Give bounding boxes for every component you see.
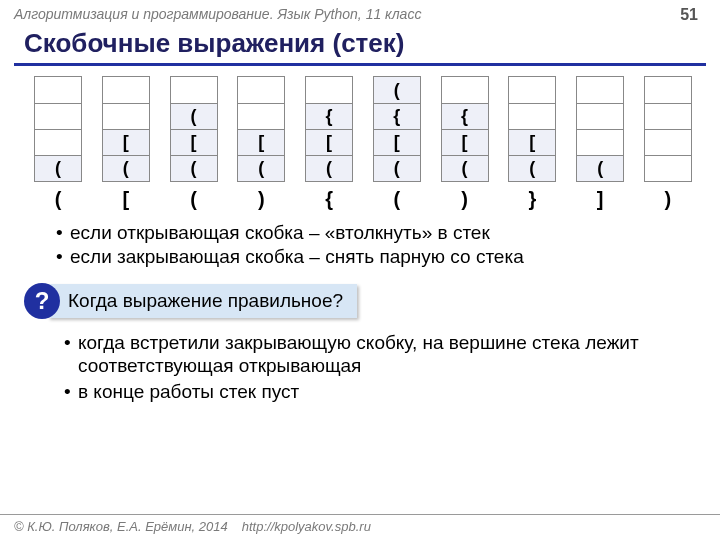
stack-input-label: [ [122,188,129,211]
stack-cell: [ [171,129,217,155]
stack-cell: { [374,103,420,129]
stack-cell [35,103,81,129]
stack-cell: [ [238,129,284,155]
stack-cell: ( [509,155,555,181]
stack-cell: ( [171,103,217,129]
footer: © К.Ю. Поляков, Е.А. Ерёмин, 2014 http:/… [0,514,720,540]
title-rule [14,63,706,66]
stack: {[( [305,76,353,182]
stack-cell [306,77,352,103]
stack-cell: [ [442,129,488,155]
stack-column: ) [644,76,692,211]
stack-cell: { [306,103,352,129]
stack: [( [237,76,285,182]
stack-cell [577,77,623,103]
list-item: в конце работы стек пуст [64,380,680,404]
stack-input-label: ) [461,188,468,211]
stack-cell: ( [238,155,284,181]
question-box: Когда выражение правильное? [48,284,357,318]
slide-title: Скобочные выражения (стек) [0,26,720,63]
stack-cell: ( [577,155,623,181]
stack-column: (( [34,76,82,211]
stack [644,76,692,182]
stack-cell: ( [374,77,420,103]
stack-cell [645,155,691,181]
stack-cell: [ [509,129,555,155]
stack-cell [238,103,284,129]
stack: ( [34,76,82,182]
page-number: 51 [680,6,698,24]
stack-input-label: ] [597,188,604,211]
stack-input-label: } [528,188,536,211]
stack-cell [171,77,217,103]
stack-cell [509,77,555,103]
stack-column: ([(( [170,76,218,211]
course-header: Алгоритмизация и программирование. Язык … [0,0,720,26]
stack-input-label: ( [190,188,197,211]
stack-cell [645,77,691,103]
stack-cell [103,77,149,103]
stack-cell: ( [171,155,217,181]
stack-cell [35,77,81,103]
footer-url: http://kpolyakov.spb.ru [242,519,371,534]
stack: ({[( [373,76,421,182]
stack-cell: [ [306,129,352,155]
stack-input-label: { [325,188,333,211]
stack-cell: { [442,103,488,129]
stack-cell [35,129,81,155]
stack-input-label: ) [258,188,265,211]
footer-copyright: © К.Ю. Поляков, Е.А. Ерёмин, 2014 [14,519,228,534]
list-item: если открывающая скобка – «втолкнуть» в … [56,221,680,245]
stack-input-label: ) [665,188,672,211]
stack-cell: ( [35,155,81,181]
stack-cell: ( [374,155,420,181]
stack: ( [576,76,624,182]
stack: ([( [170,76,218,182]
stack-cell [577,129,623,155]
stack-cell: ( [442,155,488,181]
stack-cell: ( [103,155,149,181]
stack-cell [103,103,149,129]
stack-column: (] [576,76,624,211]
stacks-row: (([([([(([(){[({({[(({[()[(}(]) [0,76,720,211]
stack-cell: [ [103,129,149,155]
list-item: когда встретили закрывающую скобку, на в… [64,331,680,379]
answer-list: когда встретили закрывающую скобку, на в… [0,325,720,404]
stack: [( [508,76,556,182]
stack-cell [238,77,284,103]
stack-cell [577,103,623,129]
stack: {[( [441,76,489,182]
stack-column: [([ [102,76,150,211]
stack-input-label: ( [393,188,400,211]
question-mark-icon: ? [24,283,60,319]
stack-column: {[() [441,76,489,211]
stack-column: [(} [508,76,556,211]
stack-cell [442,77,488,103]
question-row: ? Когда выражение правильное? [0,273,720,325]
stack-column: ({[(( [373,76,421,211]
stack-cell: [ [374,129,420,155]
stack-column: [() [237,76,285,211]
stack-cell [645,129,691,155]
stack-cell [509,103,555,129]
stack: [( [102,76,150,182]
stack-column: {[({ [305,76,353,211]
stack-input-label: ( [55,188,62,211]
stack-cell: ( [306,155,352,181]
stack-cell [645,103,691,129]
list-item: если закрывающая скобка – снять парную с… [56,245,680,269]
rules-list: если открывающая скобка – «втолкнуть» в … [0,211,720,273]
